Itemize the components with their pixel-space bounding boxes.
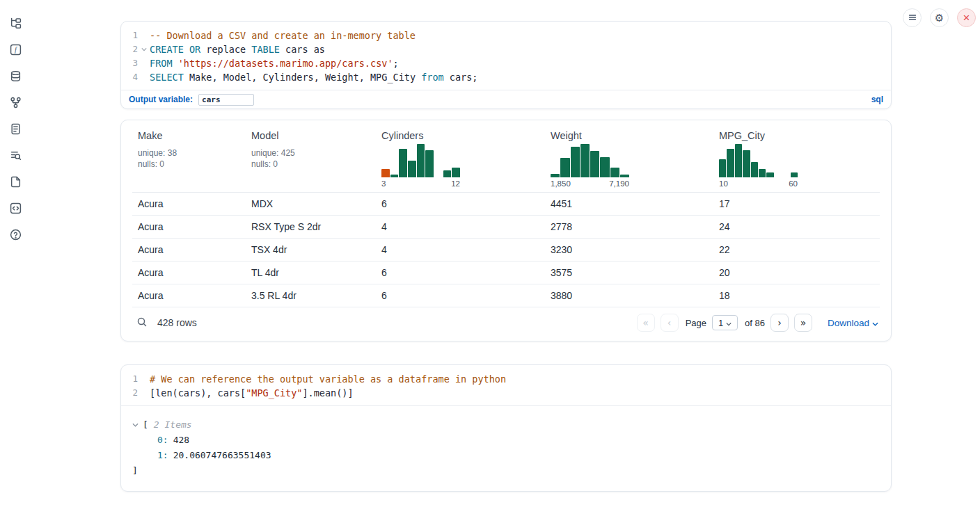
line-number: 2 bbox=[121, 386, 138, 400]
cell-output: [ 2 Items 0:428 1:20.060747663551403 ] bbox=[121, 405, 891, 491]
line-number: 3 bbox=[121, 56, 138, 70]
last-page-button[interactable]: » bbox=[794, 314, 812, 332]
histogram-bar[interactable] bbox=[766, 172, 773, 177]
svg-text:f: f bbox=[15, 46, 17, 54]
histogram-bar[interactable] bbox=[791, 172, 798, 177]
sidebar-item-logs[interactable] bbox=[8, 122, 22, 136]
histogram-bar[interactable] bbox=[735, 144, 742, 177]
left-sidebar: f bbox=[0, 0, 31, 507]
histogram-bar[interactable] bbox=[443, 170, 452, 177]
sidebar-item-snippets[interactable] bbox=[8, 201, 22, 215]
histogram-bar[interactable] bbox=[719, 159, 726, 177]
column-header-model[interactable]: Model unique: 425nulls: 0 bbox=[246, 120, 376, 193]
histogram-bar[interactable] bbox=[620, 175, 629, 177]
histogram-bar[interactable] bbox=[551, 174, 560, 177]
histogram-bar[interactable] bbox=[571, 147, 580, 177]
histogram-bar[interactable] bbox=[417, 144, 425, 177]
code-line: 2[len(cars), cars["MPG_City"].mean()] bbox=[121, 386, 891, 400]
histogram-bar[interactable] bbox=[727, 149, 734, 177]
sidebar-item-datasources[interactable] bbox=[8, 69, 22, 83]
table-cell: 20 bbox=[713, 261, 880, 284]
histogram-bar[interactable] bbox=[390, 175, 399, 177]
last-page-icon: » bbox=[800, 317, 807, 328]
table-cell: Acura bbox=[132, 284, 246, 307]
output-item: 0:428 bbox=[132, 433, 880, 448]
gear-icon: ⚙ bbox=[935, 13, 944, 23]
table-cell: 4451 bbox=[545, 193, 713, 216]
sidebar-item-dependencies[interactable] bbox=[8, 95, 22, 109]
table-cell: 3230 bbox=[545, 239, 713, 261]
output-item: 1:20.060747663551403 bbox=[132, 448, 880, 463]
column-header-mpg-city[interactable]: MPG_City 1060 bbox=[713, 120, 880, 193]
histogram-bar[interactable] bbox=[425, 150, 434, 177]
row-count: 428 rows bbox=[157, 317, 197, 328]
code-line: 3FROM 'https://datasets.marimo.app/cars.… bbox=[121, 56, 891, 70]
python-code-editor[interactable]: 1# We can reference the output variable … bbox=[121, 365, 891, 405]
collapse-icon[interactable] bbox=[132, 423, 143, 427]
settings-button[interactable]: ⚙ bbox=[930, 8, 949, 27]
table-row[interactable]: AcuraTL 4dr6357520 bbox=[132, 261, 880, 284]
search-button[interactable] bbox=[136, 316, 148, 330]
output-variable-label: Output variable: bbox=[129, 95, 193, 104]
histogram-bar[interactable] bbox=[452, 168, 460, 177]
sidebar-item-explorer[interactable] bbox=[8, 16, 22, 30]
sql-cell-footer: Output variable: sql bbox=[121, 90, 891, 108]
histogram-bar[interactable] bbox=[600, 157, 609, 177]
code-square-icon bbox=[10, 202, 22, 214]
histogram-bar[interactable] bbox=[399, 149, 407, 177]
total-pages-label: of 86 bbox=[745, 318, 765, 328]
histogram-bar[interactable] bbox=[580, 144, 590, 177]
download-button[interactable]: Download bbox=[828, 318, 878, 328]
table-cell: TSX 4dr bbox=[246, 239, 376, 261]
previous-page-icon: ‹ bbox=[667, 317, 672, 328]
next-page-icon: › bbox=[777, 317, 782, 328]
histogram-bar[interactable] bbox=[381, 169, 390, 177]
cylinders-histogram: 312 bbox=[381, 144, 460, 188]
table-cell: 6 bbox=[376, 261, 545, 284]
column-header-cylinders[interactable]: Cylinders 312 bbox=[376, 120, 545, 193]
table-row[interactable]: AcuraTSX 4dr4323022 bbox=[132, 239, 880, 261]
list-search-icon bbox=[10, 150, 22, 161]
python-cell: 1# We can reference the output variable … bbox=[120, 364, 892, 492]
document-icon bbox=[10, 176, 22, 188]
table-header-row: Make unique: 38nulls: 0 Model unique: 42… bbox=[132, 120, 880, 193]
menu-button[interactable] bbox=[903, 8, 922, 27]
table-cell: 3575 bbox=[545, 261, 713, 284]
histogram-bar[interactable] bbox=[610, 168, 619, 177]
search-icon bbox=[136, 316, 148, 330]
table-cell: MDX bbox=[246, 193, 376, 216]
table-cell: TL 4dr bbox=[246, 261, 376, 284]
next-page-button[interactable]: › bbox=[770, 314, 789, 332]
column-header-weight[interactable]: Weight 1,8507,190 bbox=[545, 120, 713, 193]
first-page-button[interactable]: « bbox=[637, 314, 655, 332]
output-variable-input[interactable] bbox=[198, 94, 254, 106]
sidebar-item-outline[interactable] bbox=[8, 148, 22, 162]
column-stats: unique: 425nulls: 0 bbox=[251, 147, 370, 170]
histogram-bar[interactable] bbox=[751, 162, 758, 177]
sql-code-editor[interactable]: 1-- Download a CSV and create an in-memo… bbox=[121, 22, 891, 90]
code-line: 2CREATE OR replace TABLE cars as bbox=[121, 42, 891, 56]
dataframe-table: Make unique: 38nulls: 0 Model unique: 42… bbox=[120, 120, 892, 341]
histogram-bar[interactable] bbox=[590, 151, 599, 177]
table-cell: RSX Type S 2dr bbox=[246, 216, 376, 239]
sidebar-item-variables[interactable]: f bbox=[8, 42, 22, 56]
table-cell: 3880 bbox=[545, 284, 713, 307]
fold-arrow-icon[interactable] bbox=[138, 42, 150, 56]
column-header-make[interactable]: Make unique: 38nulls: 0 bbox=[132, 120, 246, 193]
histogram-bar[interactable] bbox=[759, 169, 766, 177]
functions-icon: f bbox=[10, 44, 22, 56]
shutdown-button[interactable]: × bbox=[957, 8, 976, 27]
previous-page-button[interactable]: ‹ bbox=[661, 314, 679, 332]
page-select[interactable]: 1 bbox=[712, 315, 738, 330]
sidebar-item-help[interactable] bbox=[8, 227, 22, 241]
histogram-bar[interactable] bbox=[560, 158, 569, 177]
database-icon bbox=[10, 70, 22, 82]
histogram-bar[interactable] bbox=[408, 161, 416, 177]
column-stats: unique: 38nulls: 0 bbox=[138, 147, 240, 170]
histogram-bar[interactable] bbox=[743, 150, 750, 177]
sidebar-item-documentation[interactable] bbox=[8, 175, 22, 188]
table-row[interactable]: AcuraMDX6445117 bbox=[132, 193, 880, 216]
table-row[interactable]: Acura3.5 RL 4dr6388018 bbox=[132, 284, 880, 307]
table-row[interactable]: AcuraRSX Type S 2dr4277824 bbox=[132, 216, 880, 239]
table-cell: 17 bbox=[713, 193, 880, 216]
